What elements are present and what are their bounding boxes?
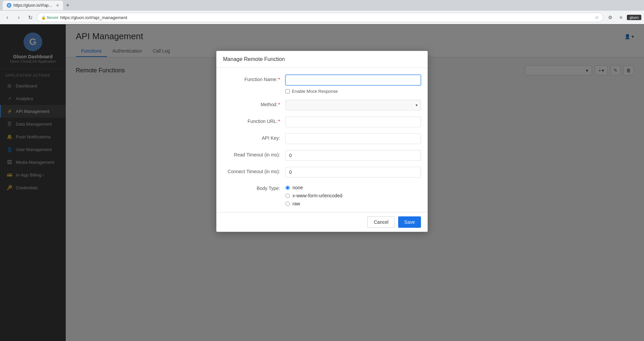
radio-urlencoded-label: x-www-form-urlencoded	[292, 193, 342, 198]
tab-bar: G https://gluon.io/#!ap... ✕ +	[0, 0, 644, 11]
body-type-field: none x-www-form-urlencoded raw	[285, 184, 421, 206]
function-url-field	[285, 117, 421, 127]
connect-timeout-label: Connect Timeout (in ms):	[223, 167, 280, 174]
read-timeout-field	[285, 150, 421, 161]
api-key-input[interactable]	[285, 133, 421, 144]
secure-label: Secure	[47, 15, 58, 19]
read-timeout-label: Read Timeout (in ms):	[223, 150, 280, 157]
gluon-logo: gluon	[627, 15, 641, 20]
refresh-button[interactable]: ↻	[25, 13, 35, 22]
radio-none-label: none	[292, 185, 303, 190]
radio-raw-label: raw	[292, 201, 300, 206]
address-url: https://gluon.io/#!api_management	[60, 15, 127, 20]
method-label: Method:*	[223, 100, 280, 107]
read-timeout-row: Read Timeout (in ms):	[223, 150, 421, 161]
enable-mock-row: Enable Mock Response	[285, 89, 421, 94]
api-key-label: API Key:	[223, 133, 280, 141]
browser-toolbar: ‹ › ↻ 🔒 Secure https://gluon.io/#!api_ma…	[0, 11, 644, 24]
modal-body: Function Name:* Enable Mock Response Met…	[216, 68, 428, 212]
radio-none[interactable]	[285, 186, 290, 190]
enable-mock-checkbox[interactable]	[285, 89, 290, 93]
address-bar[interactable]: 🔒 Secure https://gluon.io/#!api_manageme…	[37, 13, 603, 22]
tab-title: https://gluon.io/#!ap...	[13, 3, 52, 8]
required-star-url: *	[278, 119, 280, 124]
api-key-field	[285, 133, 421, 144]
browser-tab[interactable]: G https://gluon.io/#!ap... ✕	[3, 1, 63, 10]
tab-close-icon[interactable]: ✕	[56, 3, 59, 8]
connect-timeout-input[interactable]	[285, 167, 421, 178]
radio-raw[interactable]	[285, 202, 290, 206]
manage-remote-function-modal: Manage Remote Function Function Name:* E…	[216, 51, 428, 232]
read-timeout-input[interactable]	[285, 150, 421, 161]
radio-group-body-type: none x-www-form-urlencoded raw	[285, 184, 421, 206]
forward-button[interactable]: ›	[14, 13, 23, 22]
body-type-label: Body Type:	[223, 184, 280, 191]
address-icons: ☆	[595, 15, 599, 20]
secure-badge: 🔒 Secure	[41, 15, 58, 20]
radio-row-urlencoded: x-www-form-urlencoded	[285, 193, 421, 198]
radio-urlencoded[interactable]	[285, 194, 290, 198]
modal-header: Manage Remote Function	[216, 51, 428, 68]
browser-chrome: G https://gluon.io/#!ap... ✕ + ‹ › ↻ 🔒 S…	[0, 0, 644, 24]
connect-timeout-row: Connect Timeout (in ms):	[223, 167, 421, 178]
modal-overlay: Manage Remote Function Function Name:* E…	[0, 24, 644, 341]
back-button[interactable]: ‹	[3, 13, 12, 22]
method-select[interactable]: GET POST PUT DELETE	[285, 100, 421, 111]
function-name-row: Function Name:* Enable Mock Response	[223, 75, 421, 94]
radio-row-none: none	[285, 185, 421, 190]
modal-footer: Cancel Save	[216, 212, 428, 232]
radio-row-raw: raw	[285, 201, 421, 206]
enable-mock-label: Enable Mock Response	[292, 89, 338, 94]
save-button[interactable]: Save	[398, 216, 421, 228]
cancel-button[interactable]: Cancel	[367, 216, 395, 228]
required-star: *	[278, 77, 280, 82]
function-url-label: Function URL:*	[223, 117, 280, 124]
function-url-input[interactable]	[285, 117, 421, 127]
function-url-row: Function URL:*	[223, 117, 421, 127]
star-icon[interactable]: ☆	[595, 15, 599, 20]
menu-icon[interactable]: ≡	[616, 13, 626, 22]
tab-favicon: G	[7, 3, 11, 8]
lock-icon: 🔒	[41, 15, 46, 20]
method-row: Method:* GET POST PUT DELETE ▾	[223, 100, 421, 111]
method-select-wrapper: GET POST PUT DELETE ▾	[285, 100, 421, 111]
required-star-method: *	[278, 102, 280, 107]
function-name-label: Function Name:*	[223, 75, 280, 82]
body-type-row: Body Type: none x-www-form-urlencoded	[223, 184, 421, 206]
api-key-row: API Key:	[223, 133, 421, 144]
connect-timeout-field	[285, 167, 421, 178]
extensions-icon[interactable]: ⚙	[605, 13, 615, 22]
function-name-input[interactable]	[285, 75, 421, 85]
browser-right-icons: ⚙ ≡ gluon	[605, 13, 641, 22]
method-field: GET POST PUT DELETE ▾	[285, 100, 421, 111]
function-name-field: Enable Mock Response	[285, 75, 421, 94]
new-tab-button[interactable]: +	[63, 1, 72, 10]
